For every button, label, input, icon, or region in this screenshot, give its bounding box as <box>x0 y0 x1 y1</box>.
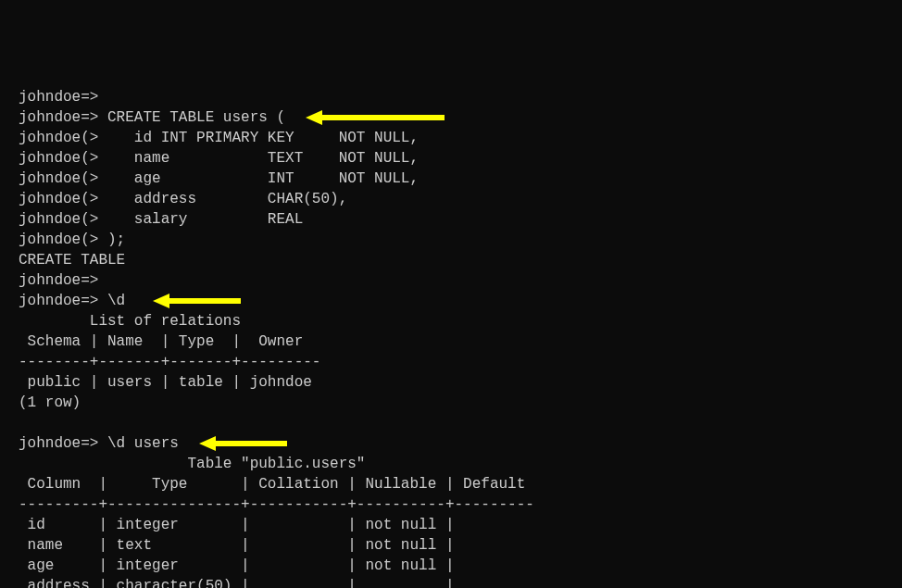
terminal-line: johndoe(> id INT PRIMARY KEY NOT NULL, <box>19 128 883 148</box>
terminal-text: public | users | table | johndoe <box>19 374 312 391</box>
annotation-arrow-icon <box>153 294 241 308</box>
terminal-text: name | text | | not null | <box>19 537 454 554</box>
terminal-line: Table "public.users" <box>19 454 883 474</box>
terminal-text: johndoe=> CREATE TABLE users ( <box>19 109 285 126</box>
terminal-text: johndoe(> ); <box>19 231 125 248</box>
terminal-text: (1 row) <box>19 394 81 411</box>
terminal-line: name | text | | not null | <box>19 535 883 556</box>
terminal-line: johndoe(> ); <box>19 230 883 250</box>
terminal-line: Schema | Name | Type | Owner <box>19 332 883 352</box>
terminal-line: --------+-------+-------+--------- <box>19 352 883 372</box>
terminal-text: johndoe(> address CHAR(50), <box>19 191 347 207</box>
terminal-line: CREATE TABLE <box>19 250 883 270</box>
terminal-text: age | integer | | not null | <box>19 557 454 574</box>
terminal-line: public | users | table | johndoe <box>19 372 883 393</box>
terminal-output: johndoe=>johndoe=> CREATE TABLE users (j… <box>19 87 883 588</box>
terminal-text: johndoe=> \d <box>19 293 125 309</box>
terminal-line: id | integer | | not null | <box>19 515 883 535</box>
terminal-line: johndoe=> \d <box>19 291 883 311</box>
terminal-line: johndoe=> <box>19 87 883 107</box>
terminal-text: Column | Type | Collation | Nullable | D… <box>19 476 525 493</box>
terminal-line: johndoe=> \d users <box>19 433 883 454</box>
terminal-line: johndoe=> CREATE TABLE users ( <box>19 107 883 128</box>
terminal-line: ---------+---------------+-----------+--… <box>19 494 883 515</box>
terminal-text: List of relations <box>19 313 241 330</box>
svg-marker-0 <box>306 110 445 125</box>
terminal-line: age | integer | | not null | <box>19 556 883 576</box>
svg-marker-1 <box>153 294 241 308</box>
terminal-text: johndoe=> \d users <box>19 435 179 452</box>
terminal-text: CREATE TABLE <box>19 252 125 269</box>
terminal-text: johndoe=> <box>19 272 98 289</box>
terminal-text: Schema | Name | Type | Owner <box>19 333 303 350</box>
terminal-text: address | character(50) | | | <box>19 578 454 588</box>
terminal-text: Table "public.users" <box>19 456 365 472</box>
svg-marker-2 <box>199 436 287 451</box>
terminal-line: johndoe(> name TEXT NOT NULL, <box>19 148 883 169</box>
terminal-text: id | integer | | not null | <box>19 517 454 533</box>
terminal-line: (1 row) <box>19 393 883 413</box>
terminal-text: johndoe(> salary REAL <box>19 211 303 228</box>
terminal-line: johndoe(> salary REAL <box>19 209 883 230</box>
terminal-text: johndoe(> age INT NOT NULL, <box>19 170 419 187</box>
terminal-text: johndoe(> id INT PRIMARY KEY NOT NULL, <box>19 130 419 146</box>
terminal-line: johndoe=> <box>19 270 883 291</box>
terminal-line: address | character(50) | | | <box>19 576 883 588</box>
terminal-text: --------+-------+-------+--------- <box>19 354 320 370</box>
terminal-text: johndoe(> name TEXT NOT NULL, <box>19 150 419 167</box>
terminal-line <box>19 413 883 433</box>
terminal-line: Column | Type | Collation | Nullable | D… <box>19 474 883 494</box>
annotation-arrow-icon <box>199 436 287 451</box>
terminal-line: List of relations <box>19 311 883 332</box>
terminal-line: johndoe(> address CHAR(50), <box>19 189 883 209</box>
terminal-line: johndoe(> age INT NOT NULL, <box>19 169 883 189</box>
terminal-text: johndoe=> <box>19 89 98 106</box>
terminal-text: ---------+---------------+-----------+--… <box>19 496 534 513</box>
annotation-arrow-icon <box>306 110 445 125</box>
